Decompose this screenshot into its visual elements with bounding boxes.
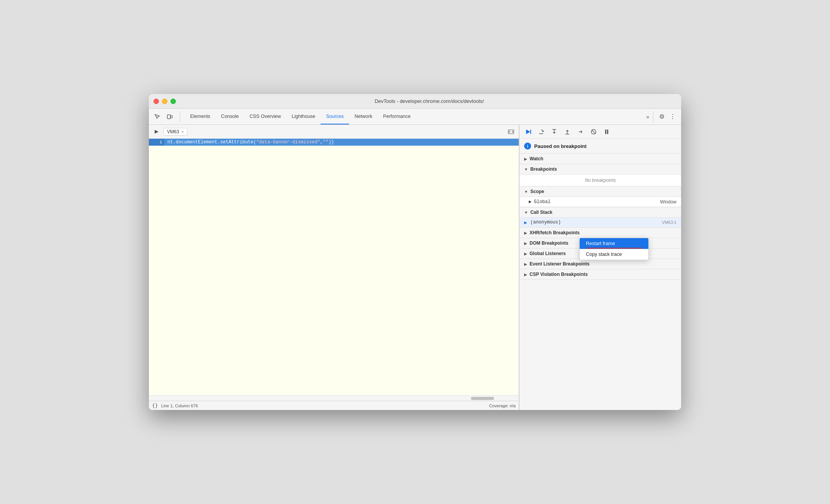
event-breakpoints-section-header[interactable]: ▶ Event Listener Breakpoints xyxy=(520,259,681,269)
tab-console[interactable]: Console xyxy=(216,109,244,124)
line-number-1: 1 xyxy=(149,139,164,146)
scope-title: Scope xyxy=(530,189,544,194)
svg-rect-7 xyxy=(605,129,606,134)
xhr-breakpoints-title: XHR/fetch Breakpoints xyxy=(530,230,580,235)
minimize-button[interactable] xyxy=(162,99,167,104)
svg-rect-8 xyxy=(607,129,608,134)
watch-title: Watch xyxy=(530,156,543,161)
dom-breakpoints-title: DOM Breakpoints xyxy=(530,240,569,246)
sources-toolbar: VM63 × xyxy=(149,125,519,139)
resume-button[interactable] xyxy=(523,126,533,137)
tab-css-overview[interactable]: CSS Overview xyxy=(244,109,286,124)
device-mode-icon[interactable] xyxy=(164,111,175,122)
coverage-status: Coverage: n/a xyxy=(489,403,516,408)
step-button[interactable] xyxy=(575,126,586,137)
watch-section-header[interactable]: ▶ Watch xyxy=(520,154,681,164)
toolbar-left-icons xyxy=(152,111,180,122)
tab-network[interactable]: Network xyxy=(349,109,378,124)
step-over-button[interactable] xyxy=(536,126,547,137)
breakpoints-title: Breakpoints xyxy=(530,166,557,172)
no-breakpoints-msg: No breakpoints xyxy=(520,175,681,186)
global-listeners-arrow-icon: ▶ xyxy=(524,252,527,256)
more-options-icon[interactable]: ⋮ xyxy=(667,111,678,122)
code-content-1: nt.documentElement.setAttribute("data-ba… xyxy=(164,139,337,146)
status-left: {} Line 1, Column 676 xyxy=(152,403,198,408)
paused-banner: i Paused on breakpoint xyxy=(520,139,681,154)
tab-list: Elements Console CSS Overview Lighthouse… xyxy=(185,109,416,124)
xhr-breakpoints-section-header[interactable]: ▶ XHR/fetch Breakpoints xyxy=(520,228,681,238)
event-breakpoints-title: Event Listener Breakpoints xyxy=(530,261,589,267)
file-tab-vm63[interactable]: VM63 × xyxy=(164,128,187,136)
format-button[interactable]: {} xyxy=(152,403,158,408)
sources-left-icon[interactable] xyxy=(152,127,161,136)
scrollbar-thumb[interactable] xyxy=(471,397,494,400)
devtools-window: DevTools - developer.chrome.com/docs/dev… xyxy=(149,94,681,410)
svg-rect-5 xyxy=(530,129,531,134)
sources-panel: VM63 × 1 xyxy=(149,125,519,410)
tab-sources[interactable]: Sources xyxy=(321,109,349,124)
horizontal-scrollbar[interactable] xyxy=(149,395,519,401)
svg-marker-2 xyxy=(155,130,159,134)
cursor-position: Line 1, Column 676 xyxy=(161,403,198,408)
sources-right-icons xyxy=(506,127,516,136)
call-stack-location: VM63:1 xyxy=(662,220,676,225)
debugger-content: i Paused on breakpoint ▶ Watch ▼ Breakpo… xyxy=(520,139,681,410)
call-stack-title: Call Stack xyxy=(530,210,552,215)
step-out-button[interactable] xyxy=(562,126,573,137)
code-editor[interactable]: 1 nt.documentElement.setAttribute("data-… xyxy=(149,139,519,395)
deactivate-breakpoints-button[interactable] xyxy=(588,126,599,137)
code-line-1: 1 nt.documentElement.setAttribute("data-… xyxy=(149,139,519,146)
call-stack-section-header[interactable]: ▼ Call Stack xyxy=(520,207,681,218)
context-menu-copy-stack-trace[interactable]: Copy stack trace xyxy=(580,249,648,260)
tab-performance[interactable]: Performance xyxy=(378,109,416,124)
scope-global-arrow: ▶ xyxy=(529,199,531,205)
context-menu: Restart frame Copy stack trace xyxy=(579,238,649,260)
scope-global-label: ▶ Global xyxy=(529,199,550,205)
svg-marker-4 xyxy=(526,129,530,134)
global-listeners-title: Global Listeners xyxy=(530,251,566,256)
breakpoints-arrow-icon: ▼ xyxy=(524,167,528,171)
svg-rect-1 xyxy=(171,116,172,118)
csp-breakpoints-section-header[interactable]: ▶ CSP Violation Breakpoints xyxy=(520,269,681,280)
scope-arrow-icon: ▼ xyxy=(524,190,528,194)
call-stack-current-icon: ▶ xyxy=(524,220,527,225)
scope-global-row[interactable]: ▶ Global Window xyxy=(520,197,681,207)
scope-section-content: ▶ Global Window xyxy=(520,197,681,207)
breakpoints-section-content: No breakpoints xyxy=(520,175,681,186)
code-text: nt.documentElement.setAttribute("data-ba… xyxy=(167,139,334,145)
step-into-button[interactable] xyxy=(549,126,560,137)
snippet-icon[interactable] xyxy=(506,127,516,136)
svg-rect-0 xyxy=(167,115,170,119)
debugger-panel: i Paused on breakpoint ▶ Watch ▼ Breakpo… xyxy=(519,125,681,410)
call-stack-arrow-icon: ▼ xyxy=(524,210,528,215)
call-stack-section-content: ▶ (anonymous) VM63:1 Restart frame Copy … xyxy=(520,218,681,228)
tab-lighthouse[interactable]: Lighthouse xyxy=(286,109,321,124)
scope-section-header[interactable]: ▼ Scope xyxy=(520,186,681,197)
overflow-button[interactable]: » xyxy=(643,111,653,122)
paused-text: Paused on breakpoint xyxy=(534,143,587,149)
event-arrow-icon: ▶ xyxy=(524,262,527,266)
dom-arrow-icon: ▶ xyxy=(524,241,527,245)
context-menu-restart-frame[interactable]: Restart frame xyxy=(580,238,648,249)
xhr-arrow-icon: ▶ xyxy=(524,231,527,235)
window-title: DevTools - developer.chrome.com/docs/dev… xyxy=(182,98,676,104)
call-stack-item-anonymous[interactable]: ▶ (anonymous) VM63:1 Restart frame Copy … xyxy=(520,218,681,227)
call-stack-function-name: (anonymous) xyxy=(530,220,662,225)
maximize-button[interactable] xyxy=(170,99,176,104)
scope-global-value: Window xyxy=(660,199,676,205)
file-tab-close-icon[interactable]: × xyxy=(181,129,184,134)
tab-elements[interactable]: Elements xyxy=(185,109,216,124)
inspect-element-icon[interactable] xyxy=(152,111,163,122)
status-bar: {} Line 1, Column 676 Coverage: n/a xyxy=(149,401,519,410)
titlebar: DevTools - developer.chrome.com/docs/dev… xyxy=(149,94,681,109)
file-tab-name: VM63 xyxy=(167,129,179,134)
close-button[interactable] xyxy=(154,99,159,104)
breakpoints-section-header[interactable]: ▼ Breakpoints xyxy=(520,164,681,175)
settings-icon[interactable]: ⚙ xyxy=(656,111,667,122)
csp-breakpoints-title: CSP Violation Breakpoints xyxy=(530,272,588,277)
watch-arrow-icon: ▶ xyxy=(524,157,527,161)
main-content: VM63 × 1 xyxy=(149,125,681,410)
pause-on-exceptions-button[interactable] xyxy=(601,126,612,137)
traffic-lights xyxy=(154,99,176,104)
devtools-toolbar: Elements Console CSS Overview Lighthouse… xyxy=(149,109,681,125)
